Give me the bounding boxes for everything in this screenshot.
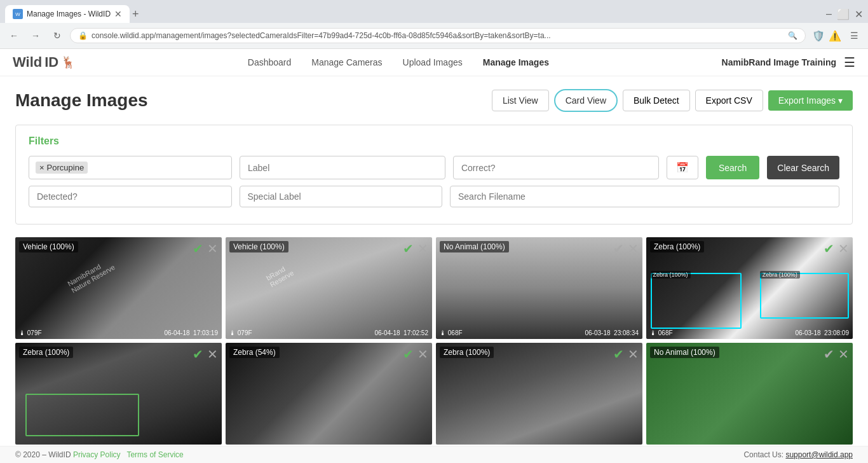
detection-label-2: Zebra (100%) — [760, 271, 800, 279]
card-actions: ✔ ✕ — [403, 347, 428, 362]
nav-dashboard[interactable]: Dashboard — [248, 55, 292, 70]
card-detection-label: Zebra (100%) — [19, 347, 73, 358]
export-images-label: Export Images — [778, 95, 836, 106]
terms-of-service-link[interactable]: Terms of Service — [126, 450, 183, 457]
card-detection-label: No Animal (100%) — [650, 347, 719, 358]
nav-manage-cameras[interactable]: Manage Cameras — [311, 55, 382, 70]
card-datetime: 06-03-18 23:08:09 — [795, 329, 849, 336]
card-actions: ✔ ✕ — [193, 241, 218, 256]
confirm-icon[interactable]: ✔ — [193, 241, 203, 256]
image-card[interactable]: No Animal (100%) ✔ ✕ 🌡 068F 06-03-18 23:… — [436, 237, 642, 339]
detection-box-2 — [760, 273, 849, 319]
reject-icon[interactable]: ✕ — [207, 347, 218, 362]
card-actions: ✔ ✕ — [613, 241, 639, 256]
confirm-icon[interactable]: ✔ — [824, 347, 834, 362]
tag-x[interactable]: × — [39, 163, 44, 172]
browser-menu-button[interactable]: ☰ — [845, 27, 863, 45]
image-card[interactable]: bRandReserve Vehicle (100%) ✔ ✕ 🌡 079F 0… — [226, 237, 432, 339]
reject-icon[interactable]: ✕ — [207, 241, 218, 256]
view-controls: List View Card View Bulk Detect Export C… — [492, 89, 853, 112]
export-images-button[interactable]: Export Images ▾ — [768, 90, 853, 111]
image-card[interactable]: NamibRandNature Reserve Vehicle (100%) ✔… — [15, 237, 222, 339]
nav-manage-images[interactable]: Manage Images — [483, 55, 549, 70]
contact-email[interactable]: support@wildid.app — [785, 450, 853, 457]
special-label-filter-input[interactable] — [240, 186, 443, 207]
filters-section: Filters × Porcupine 📅 Search Clear Searc… — [15, 125, 853, 225]
card-view-button[interactable]: Card View — [554, 89, 618, 112]
confirm-icon[interactable]: ✔ — [403, 347, 414, 362]
confirm-icon[interactable]: ✔ — [613, 241, 624, 256]
nav-upload-images[interactable]: Upload Images — [403, 55, 463, 70]
page-title: Manage Images — [15, 90, 148, 111]
app-footer: © 2020 – WildID Privacy Policy Terms of … — [0, 446, 868, 457]
correct-filter-input[interactable] — [453, 156, 659, 179]
search-filename-filter-input[interactable] — [450, 186, 839, 207]
image-card[interactable]: Zebra (54%) ✔ ✕ — [226, 343, 432, 445]
bulk-detect-button[interactable]: Bulk Detect — [623, 90, 690, 111]
app-header: WildID 🦌 Dashboard Manage Cameras Upload… — [0, 49, 868, 76]
logo-text: Wild — [13, 54, 42, 71]
card-meta: 🌡 079F 06-04-18 17:03:19 — [15, 329, 222, 336]
reject-icon[interactable]: ✕ — [628, 241, 639, 256]
card-meta: 🌡 068F 06-03-18 23:08:34 — [436, 329, 642, 336]
contact-label: Contact Us: — [743, 450, 783, 457]
card-datetime: 06-04-18 17:03:19 — [164, 329, 218, 336]
filter-row-1: × Porcupine 📅 Search Clear Search — [29, 156, 839, 179]
reject-icon[interactable]: ✕ — [417, 241, 428, 256]
image-card[interactable]: Zebra (100%) ✔ ✕ Zebra (100%) Zebra (100… — [646, 237, 853, 339]
card-temp: 🌡 068F — [650, 329, 673, 336]
search-icon: 🔍 — [788, 31, 797, 40]
confirm-icon[interactable]: ✔ — [824, 241, 834, 256]
card-datetime: 06-04-18 17:02:52 — [374, 329, 428, 336]
header-right: NamibRand Image Training ☰ — [722, 55, 855, 70]
search-button[interactable]: Search — [706, 156, 759, 179]
species-filter-input[interactable]: × Porcupine — [29, 156, 232, 179]
active-tab[interactable]: W Manage Images - WildID ✕ — [5, 5, 130, 23]
tab-close-button[interactable]: ✕ — [114, 9, 122, 19]
confirm-icon[interactable]: ✔ — [403, 241, 414, 256]
confirm-icon[interactable]: ✔ — [193, 347, 203, 362]
close-button[interactable]: ✕ — [855, 8, 863, 20]
new-tab-button[interactable]: + — [132, 8, 139, 21]
reject-icon[interactable]: ✕ — [838, 347, 849, 362]
reject-icon[interactable]: ✕ — [838, 241, 849, 256]
extension-icon: 🛡️ — [812, 30, 825, 42]
date-filter-button[interactable]: 📅 — [667, 156, 698, 179]
image-card[interactable]: Zebra (100%) ✔ ✕ — [15, 343, 222, 445]
card-detection-label: Vehicle (100%) — [229, 241, 288, 252]
main-nav: Dashboard Manage Cameras Upload Images M… — [75, 55, 721, 70]
maximize-button[interactable]: ⬜ — [837, 8, 850, 20]
confirm-icon[interactable]: ✔ — [613, 347, 624, 362]
address-bar[interactable]: 🔒 console.wildid.app/management/images?s… — [70, 28, 806, 43]
card-detection-label: No Animal (100%) — [440, 241, 509, 252]
logo[interactable]: WildID 🦌 — [13, 54, 75, 71]
list-view-button[interactable]: List View — [492, 90, 549, 111]
card-meta: 🌡 068F 06-03-18 23:08:09 — [646, 329, 853, 336]
page-content: Manage Images List View Card View Bulk D… — [0, 76, 868, 457]
footer-right: Contact Us: support@wildid.app — [743, 450, 853, 457]
logo-id: ID — [44, 54, 58, 71]
image-card[interactable]: No Animal (100%) ✔ ✕ — [646, 343, 853, 445]
label-filter-input[interactable] — [240, 156, 445, 179]
card-detection-label: Zebra (100%) — [650, 241, 704, 252]
species-tag: × Porcupine — [36, 162, 88, 174]
back-button[interactable]: ← — [5, 27, 23, 45]
clear-search-button[interactable]: Clear Search — [767, 156, 839, 179]
card-temp: 🌡 079F — [229, 329, 252, 336]
card-temp: 🌡 079F — [19, 329, 42, 336]
reject-icon[interactable]: ✕ — [417, 347, 428, 362]
browser-controls: ← → ↻ 🔒 console.wildid.app/management/im… — [0, 23, 868, 48]
hamburger-menu-icon[interactable]: ☰ — [844, 55, 855, 70]
reject-icon[interactable]: ✕ — [628, 347, 639, 362]
copyright-text: © 2020 – WildID — [15, 450, 71, 457]
tab-favicon: W — [13, 9, 23, 19]
detected-filter-input[interactable] — [29, 186, 232, 207]
privacy-policy-link[interactable]: Privacy Policy — [73, 450, 121, 457]
forward-button[interactable]: → — [27, 27, 44, 45]
image-card[interactable]: Zebra (100%) ✔ ✕ — [436, 343, 642, 445]
export-csv-button[interactable]: Export CSV — [695, 90, 763, 111]
minimize-button[interactable]: – — [826, 8, 832, 20]
image-watermark: bRandReserve — [265, 262, 295, 288]
refresh-button[interactable]: ↻ — [48, 27, 66, 45]
footer-left: © 2020 – WildID Privacy Policy Terms of … — [15, 450, 184, 457]
